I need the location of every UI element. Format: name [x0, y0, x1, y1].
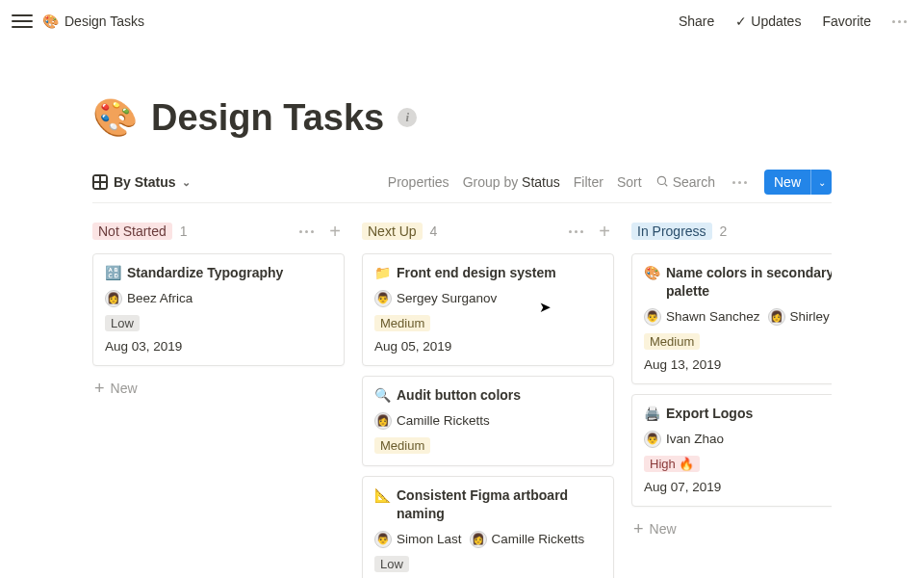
card[interactable]: 🔍Audit button colors👩Camille RickettsMed… — [362, 376, 614, 466]
view-selector[interactable]: By Status ⌄ — [92, 174, 191, 190]
properties-button[interactable]: Properties — [388, 174, 449, 190]
assignee-name: Sergey Surganov — [397, 291, 497, 305]
card[interactable]: 🎨Name colors in secondary palette👨Shawn … — [631, 253, 832, 384]
page-more-button[interactable] — [886, 14, 912, 29]
avatar: 👩 — [768, 308, 785, 326]
card-title-text: Consistent Figma artboard naming — [397, 486, 602, 523]
card-title: 📐Consistent Figma artboard naming — [374, 486, 602, 523]
plus-icon: + — [633, 520, 644, 538]
assignee-name: Shirley Miao — [790, 309, 832, 324]
card-assignees: 👨Simon Last👩Camille Ricketts — [374, 531, 602, 548]
priority-badge: Low — [105, 315, 140, 331]
column-count: 2 — [720, 223, 728, 239]
view-toolbar: By Status ⌄ Properties Group by Status F… — [92, 170, 832, 203]
search-icon — [655, 174, 669, 191]
card-assignees: 👩Camille Ricketts — [374, 412, 602, 430]
card-date: Aug 13, 2019 — [644, 357, 832, 372]
card-assignees: 👨Sergey Surganov — [374, 290, 602, 307]
column: Not Started1+🔠Standardize Typography👩Bee… — [92, 217, 345, 578]
page-title[interactable]: 🎨 Design Tasks i — [92, 96, 832, 139]
new-button[interactable]: New ⌄ — [764, 170, 832, 195]
avatar: 👩 — [374, 412, 392, 430]
column-header: Not Started1+ — [92, 217, 345, 246]
avatar: 👩 — [105, 290, 122, 307]
card-title: 🖨️Export Logos — [644, 405, 832, 423]
view-more-button[interactable] — [729, 177, 751, 188]
add-card-button[interactable]: +New — [92, 376, 345, 401]
check-icon: ✓ — [735, 14, 747, 28]
avatar: 👩 — [470, 531, 487, 548]
svg-line-1 — [664, 183, 667, 186]
assignee-name: Camille Ricketts — [492, 532, 585, 546]
card-title-text: Standardize Typography — [127, 264, 283, 282]
new-dropdown-button[interactable]: ⌄ — [810, 170, 832, 195]
sort-button[interactable]: Sort — [617, 174, 642, 190]
group-by-button[interactable]: Group by Status — [463, 174, 560, 190]
add-card-button[interactable]: +New — [631, 516, 832, 541]
assignee: 👩Camille Ricketts — [470, 531, 585, 548]
column-count: 1 — [180, 223, 188, 239]
view-name: By Status — [114, 174, 176, 190]
avatar: 👨 — [644, 308, 661, 326]
page-icon-small: 🎨 — [42, 13, 59, 29]
priority-badge: Low — [374, 556, 409, 572]
card[interactable]: 🔠Standardize Typography👩Beez AfricaLowAu… — [92, 253, 345, 366]
assignee: 👨Sergey Surganov — [374, 290, 497, 307]
priority-badge: Medium — [374, 437, 430, 454]
column-more-button[interactable] — [295, 226, 318, 237]
priority-badge: Medium — [644, 333, 700, 350]
column-add-button[interactable]: + — [325, 222, 345, 241]
card-assignees: 👨Ivan Zhao — [644, 431, 832, 448]
column-more-button[interactable] — [565, 226, 587, 237]
favorite-button[interactable]: Favorite — [816, 10, 877, 33]
sidebar-toggle-button[interactable] — [12, 11, 33, 32]
assignee: 👩Beez Africa — [105, 290, 192, 307]
card-icon: 🔍 — [374, 386, 391, 405]
card-assignees: 👩Beez Africa — [105, 290, 332, 307]
filter-button[interactable]: Filter — [574, 174, 603, 190]
card-icon: 🔠 — [105, 264, 121, 282]
status-pill[interactable]: In Progress — [631, 223, 712, 240]
card-icon: 🎨 — [644, 264, 660, 282]
assignee: 👨Shawn Sanchez — [644, 308, 760, 326]
card[interactable]: 📁Front end design system👨Sergey Surganov… — [362, 253, 614, 366]
status-pill[interactable]: Not Started — [92, 223, 172, 240]
card-title: 🔠Standardize Typography — [105, 264, 332, 282]
page-icon[interactable]: 🎨 — [92, 96, 138, 139]
card-title-text: Export Logos — [666, 405, 753, 423]
assignee-name: Ivan Zhao — [666, 432, 724, 446]
assignee: 👨Ivan Zhao — [644, 431, 724, 448]
breadcrumb[interactable]: 🎨 Design Tasks — [42, 13, 144, 29]
card-title-text: Front end design system — [397, 264, 556, 282]
share-button[interactable]: Share — [673, 10, 720, 33]
column-header: Next Up4+ — [362, 217, 614, 246]
assignee-name: Shawn Sanchez — [666, 309, 760, 324]
status-pill[interactable]: Next Up — [362, 223, 423, 240]
plus-icon: + — [94, 380, 105, 397]
svg-point-0 — [657, 176, 665, 184]
card[interactable]: 🖨️Export Logos👨Ivan ZhaoHigh 🔥Aug 07, 20… — [631, 394, 832, 507]
page-title-text: Design Tasks — [151, 97, 384, 139]
card-title: 🎨Name colors in secondary palette — [644, 264, 832, 301]
chevron-down-icon: ⌄ — [182, 176, 191, 189]
assignee: 👨Simon Last — [374, 531, 462, 548]
assignee: 👩Camille Ricketts — [374, 412, 490, 430]
board-icon — [92, 174, 108, 190]
priority-badge: Medium — [374, 315, 430, 331]
page-title-small: Design Tasks — [64, 13, 144, 29]
updates-button[interactable]: ✓ Updates — [730, 10, 807, 33]
assignee-name: Camille Ricketts — [397, 413, 490, 428]
column-header: In Progress2+ — [631, 217, 832, 246]
card-title: 🔍Audit button colors — [374, 386, 602, 405]
card-icon: 📐 — [374, 486, 391, 505]
column-add-button[interactable]: + — [595, 222, 614, 241]
assignee: 👩Shirley Miao — [768, 308, 832, 326]
assignee-name: Simon Last — [397, 532, 462, 546]
column: Next Up4+📁Front end design system👨Sergey… — [362, 217, 614, 578]
search-input[interactable]: Search — [655, 174, 715, 191]
card-title-text: Name colors in secondary palette — [666, 264, 832, 301]
card[interactable]: 📐Consistent Figma artboard naming👨Simon … — [362, 476, 614, 578]
card-title: 📁Front end design system — [374, 264, 602, 282]
avatar: 👨 — [374, 531, 392, 548]
info-icon[interactable]: i — [398, 108, 417, 127]
